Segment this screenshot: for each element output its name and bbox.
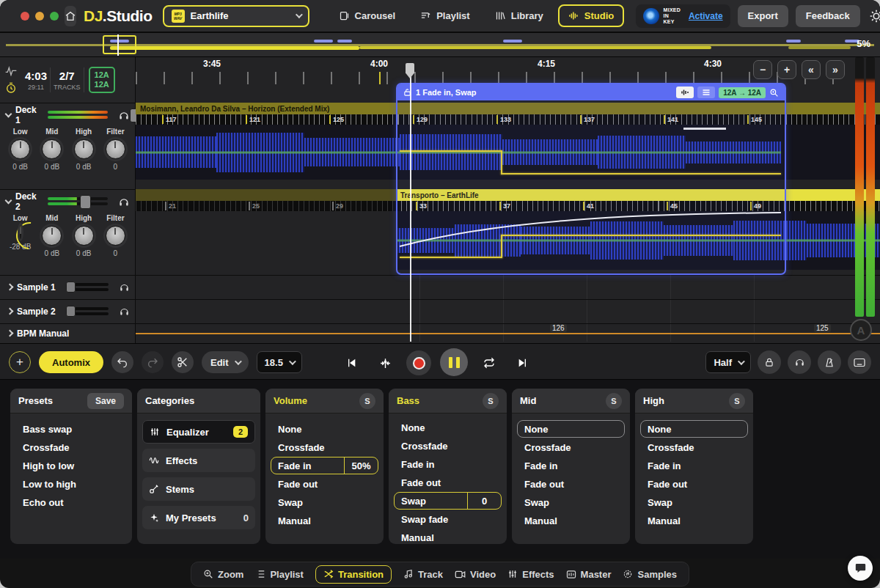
bass-solo-button[interactable]: S [483, 393, 499, 409]
tab-effects[interactable]: Effects [507, 569, 554, 580]
mid-option[interactable]: Crossfade [517, 438, 625, 456]
high-option[interactable]: Swap [640, 493, 748, 511]
feedback-button[interactable]: Feedback [796, 5, 860, 27]
nav-tab-carousel[interactable]: Carousel [329, 4, 406, 27]
deck1-low-knob[interactable] [10, 139, 30, 159]
preset-item[interactable]: High to low [15, 457, 127, 475]
tab-transition[interactable]: Transition [315, 565, 392, 584]
snap-playhead-button[interactable] [373, 350, 397, 375]
redo-button[interactable] [142, 351, 164, 373]
tab-samples[interactable]: Samples [623, 569, 677, 580]
category-my-presets[interactable]: My Presets 0 [142, 506, 255, 529]
save-preset-button[interactable]: Save [87, 393, 124, 409]
transition-header[interactable]: 1 Fade in, Swap 12A → 12A [397, 84, 785, 100]
category-equalizer[interactable]: Equalizer 2 [142, 420, 255, 444]
add-button[interactable]: + [9, 351, 31, 373]
automix-button[interactable]: Automix [39, 351, 103, 373]
metronome-button[interactable] [818, 350, 841, 374]
skip-start-button[interactable] [339, 350, 364, 375]
volume-option[interactable]: Manual [271, 512, 378, 529]
bpm-row[interactable]: BPM Manual [0, 323, 136, 343]
lock-button[interactable] [758, 350, 781, 374]
expand-icon[interactable] [7, 308, 14, 315]
category-effects[interactable]: Effects [142, 449, 255, 472]
sample1-row[interactable]: Sample 1 [0, 275, 136, 299]
mid-option[interactable]: Fade out [517, 475, 625, 493]
nav-tab-library[interactable]: Library [485, 4, 554, 27]
project-selector[interactable]: MP3WAV Earthlife [163, 5, 309, 27]
deck1-filter-knob[interactable] [106, 139, 125, 159]
preset-item[interactable]: Echo out [15, 493, 127, 512]
high-option[interactable]: Crossfade [640, 438, 748, 456]
mid-option[interactable]: Swap [517, 493, 625, 511]
high-solo-button[interactable]: S [729, 393, 745, 409]
volume-option[interactable]: Fade out [271, 475, 378, 493]
bass-option[interactable]: Crossfade [394, 437, 502, 455]
collapse-icon[interactable] [5, 111, 12, 118]
deck1-header[interactable]: Deck 1 [0, 106, 136, 125]
close-window-button[interactable] [21, 12, 29, 21]
chat-widget[interactable] [848, 556, 873, 581]
playhead[interactable] [410, 63, 411, 342]
bass-option[interactable]: Swap fade [394, 510, 502, 528]
headphones-icon[interactable] [119, 306, 130, 317]
deck1-mid-knob[interactable] [42, 139, 62, 159]
loop-button[interactable] [477, 350, 502, 375]
cut-button[interactable] [172, 351, 194, 373]
tab-playlist[interactable]: Playlist [255, 569, 304, 580]
forward-button[interactable]: » [826, 60, 845, 79]
deck2-volume-meter[interactable] [48, 197, 108, 207]
volume-solo-button[interactable]: S [359, 393, 375, 409]
bass-option[interactable]: None [394, 419, 502, 436]
mid-option-selected[interactable]: None [517, 420, 625, 438]
deck2-filter-knob[interactable] [106, 226, 125, 246]
headphones-icon[interactable] [118, 196, 130, 207]
time-ruler[interactable]: 3:45 4:00 4:15 4:30 [136, 57, 843, 84]
monitor-button[interactable] [788, 350, 811, 374]
transition-region[interactable]: 1 Fade in, Swap 12A → 12A [396, 83, 786, 275]
high-option[interactable]: Fade out [640, 475, 748, 493]
nav-tab-playlist[interactable]: Playlist [410, 4, 480, 27]
list-view-button[interactable] [697, 87, 715, 98]
sample1-fader-handle[interactable] [66, 282, 76, 293]
edit-menu-button[interactable]: Edit [202, 351, 249, 373]
volume-option-selected[interactable]: Fade in 50% [271, 457, 378, 474]
bass-option-selected[interactable]: Swap 0 [394, 492, 502, 510]
high-option-selected[interactable]: None [640, 420, 748, 438]
activate-link[interactable]: Activate [689, 11, 723, 21]
expand-icon[interactable] [7, 330, 14, 337]
sample2-row[interactable]: Sample 2 [0, 299, 136, 323]
maximize-window-button[interactable] [50, 12, 59, 21]
category-stems[interactable]: Stems [142, 477, 255, 501]
nav-tab-studio[interactable]: Studio [558, 4, 624, 27]
volume-option[interactable]: None [271, 420, 378, 438]
headphones-icon[interactable] [118, 110, 130, 121]
settings-button[interactable] [869, 9, 880, 23]
deck2-header[interactable]: Deck 2 [0, 192, 136, 211]
timeline[interactable]: 3:45 4:00 4:15 4:30 − + « » Mosimann, Le… [136, 57, 880, 343]
bass-option[interactable]: Fade in [394, 455, 502, 473]
volume-option-value[interactable]: 50% [344, 457, 378, 474]
mid-solo-button[interactable]: S [606, 393, 622, 409]
tempo-selector[interactable]: 18.5 [257, 351, 302, 373]
mid-option[interactable]: Manual [517, 512, 625, 529]
skip-end-button[interactable] [510, 350, 535, 375]
high-option[interactable]: Manual [640, 512, 748, 529]
zoom-out-button[interactable]: − [753, 60, 772, 79]
preset-item[interactable]: Crossfade [15, 438, 127, 457]
export-button[interactable]: Export [738, 5, 788, 27]
playback-speed-selector[interactable]: Half [705, 351, 751, 373]
deck1-high-knob[interactable] [74, 139, 94, 159]
deck2-high-knob[interactable] [74, 226, 94, 246]
deck2-mid-knob[interactable] [42, 226, 62, 246]
sample2-fader[interactable] [66, 306, 109, 317]
mid-option[interactable]: Fade in [517, 457, 625, 474]
volume-option[interactable]: Swap [271, 493, 378, 511]
bass-option[interactable]: Fade out [394, 474, 502, 491]
mix-overview-strip[interactable]: 5% [0, 33, 880, 57]
home-button[interactable] [65, 6, 76, 26]
volume-option[interactable]: Crossfade [271, 438, 378, 456]
overview-viewport[interactable] [103, 35, 136, 54]
expand-icon[interactable] [7, 284, 14, 291]
tab-video[interactable]: Video [455, 569, 496, 580]
